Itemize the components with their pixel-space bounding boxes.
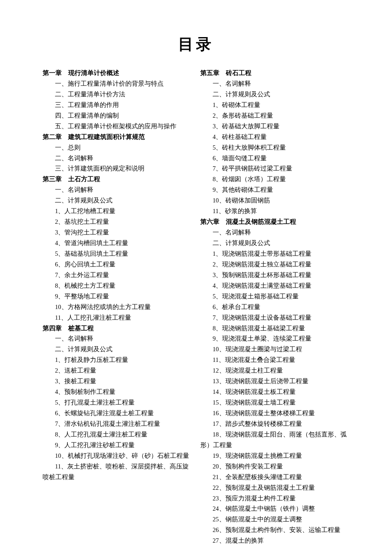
toc-item: 10、机械打孔现场灌注砂、碎（砂）石桩工程量	[43, 451, 192, 461]
toc-item: ​ 11、灰土挤密桩、喷粉桩、深层搅拌桩、高压旋喷桩工程量	[43, 461, 192, 483]
toc-item: 3、管沟挖土工程量	[43, 227, 192, 238]
toc-item: 11、现浇混凝土叠合梁工程量	[200, 355, 349, 365]
toc-item: 12、现浇混凝土柱工程量	[200, 365, 349, 376]
toc-chapter: 第五章 砖石工程	[200, 68, 349, 78]
toc-item: 2、条形砖基础工程量	[200, 110, 349, 121]
toc-item: 7、现浇钢筋混凝土设备基础工程量	[200, 312, 349, 323]
toc-item: 一、名词解释	[43, 185, 192, 195]
toc-item: 9、现浇混凝土单梁、连续梁工程量	[200, 333, 349, 344]
toc-item: 21、全装配壁板接头灌缝工程量	[200, 472, 349, 483]
toc-item: 四、工程量清单的编制	[43, 110, 192, 121]
toc-item: 8、人工挖孔混凝土灌注桩工程量	[43, 429, 192, 440]
toc-item: 7、潜水钻机钻孔混凝土灌注桩工程量	[43, 419, 192, 429]
toc-item: 22、预制混凝土及钢筋混凝土工程量	[200, 483, 349, 493]
toc-item: 一、名词解释	[200, 227, 349, 238]
toc-item: 4、预制桩制作工程量	[43, 387, 192, 397]
toc-item: 8、砖烟囱（水塔）工程量	[200, 174, 349, 185]
toc-item: 10、砖砌体加固钢筋	[200, 195, 349, 206]
toc-item: 3、预制钢筋混凝土杯形基础工程量	[200, 270, 349, 280]
toc-item: 3、砖基础大放脚工程量	[200, 121, 349, 132]
toc-item: 14、现浇钢筋混凝土板工程量	[200, 387, 349, 397]
toc-item: 16、现浇钢筋混凝土整体楼梯工程量	[200, 408, 349, 419]
toc-item: 15、现浇钢筋混凝土墙工程量	[200, 397, 349, 408]
toc-item: 4、现浇钢筋混凝土满堂基础工程量	[200, 280, 349, 291]
toc-item: 4、管道沟槽回填土工程量	[43, 238, 192, 249]
toc-item: 8、现浇钢筋混凝土基础梁工程量	[200, 323, 349, 334]
toc-item: 三、计算建筑面积的规定和说明	[43, 163, 192, 174]
toc-item: 9、其他砖砌体工程量	[200, 185, 349, 195]
toc-chapter: 第四章 桩基工程	[43, 323, 192, 334]
toc-item: ​ 18、现浇钢筋混凝土阳台、雨篷（包括直形、弧形）工程量	[200, 429, 349, 451]
toc-item: 20、预制构件安装工程量	[200, 461, 349, 472]
toc-item: 6、墙面勾缝工程量	[200, 153, 349, 164]
toc-item: 1、现浇钢筋混凝土带形基础工程量	[200, 249, 349, 259]
toc-item: 二、工程量清单计价方法	[43, 89, 192, 100]
toc-item: 二、名词解释	[43, 153, 192, 164]
toc-chapter: 第六章 混凝土及钢筋混凝土工程	[200, 217, 349, 227]
toc-item: 1、砖砌体工程量	[200, 100, 349, 110]
toc-item: 10、方格网法挖或填的土方工程量	[43, 302, 192, 312]
toc-item: 27、混凝土的换算	[200, 535, 349, 546]
toc-item: 10、现浇混凝土圈梁与过梁工程	[200, 344, 349, 355]
toc-item: 4、砖柱基础工程量	[200, 132, 349, 142]
toc-item: 五、工程量清单计价框架模式的应用与操作	[43, 121, 192, 132]
toc-item: 8、机械挖土方工程量	[43, 280, 192, 291]
toc-item: 7、余土外运工程量	[43, 270, 192, 280]
toc-item: 5、基础基坑回填土工程量	[43, 249, 192, 259]
toc-left-column: 第一章 现行清单计价概述一、施行工程量清单计价的背景与特点二、工程量清单计价方法…	[43, 68, 192, 546]
toc-item: 5、打孔混凝土灌注桩工程量	[43, 397, 192, 408]
toc-item: 13、现浇钢筋混凝土后浇带工程量	[200, 376, 349, 387]
toc-item: 26、预制混凝土构件制作、安装、运输工程量	[200, 525, 349, 535]
toc-item: 9、平整场地工程量	[43, 291, 192, 302]
toc-item: 1、人工挖地槽工程量	[43, 206, 192, 217]
toc-item: 9、人工挖孔灌注砂桩工程量	[43, 440, 192, 451]
toc-item: 6、房心回填土工程量	[43, 259, 192, 270]
toc-item: 7、砖平拱钢筋砖过梁工程量	[200, 163, 349, 174]
toc-right-column: 第五章 砖石工程一、名词解释二、计算规则及公式1、砖砌体工程量2、条形砖基础工程…	[200, 68, 349, 546]
toc-chapter: 第一章 现行清单计价概述	[43, 68, 192, 78]
toc-columns: 第一章 现行清单计价概述一、施行工程量清单计价的背景与特点二、工程量清单计价方法…	[43, 68, 349, 546]
toc-item: 6、桩承台工程量	[200, 302, 349, 312]
toc-item: 5、砖柱大放脚体积工程量	[200, 142, 349, 153]
toc-item: 2、基坑挖土工程量	[43, 217, 192, 227]
toc-chapter: 第二章 建筑工程建筑面积计算规范	[43, 132, 192, 142]
toc-item: 2、送桩工程量	[43, 365, 192, 376]
toc-item: 5、现浇混凝土箱形基础工程量	[200, 291, 349, 302]
toc-item: 二、计算规则及公式	[43, 195, 192, 206]
toc-item: 25、钢筋混凝土中的混凝土调整	[200, 514, 349, 525]
toc-item: 6、长螺旋钻孔灌注混凝土桩工程量	[43, 408, 192, 419]
toc-item: 一、名词解释	[200, 78, 349, 89]
toc-title: 目录	[43, 34, 349, 55]
toc-item: 二、计算规则及公式	[200, 238, 349, 249]
toc-item: 3、接桩工程量	[43, 376, 192, 387]
toc-item: 11、砂浆的换算	[200, 206, 349, 217]
toc-item: 三、工程量清单的作用	[43, 100, 192, 110]
toc-item: 二、计算规则及公式	[200, 89, 349, 100]
toc-item: 2、现浇钢筋混凝土独立基础工程量	[200, 259, 349, 270]
toc-item: 一、总则	[43, 142, 192, 153]
toc-item: 二、计算规则及公式	[43, 344, 192, 355]
toc-item: 一、施行工程量清单计价的背景与特点	[43, 78, 192, 89]
toc-item: 11、人工挖孔灌注桩工程量	[43, 312, 192, 323]
toc-item: 1、打桩及静力压桩工程量	[43, 355, 192, 365]
toc-item: 一、名词解释	[43, 333, 192, 344]
toc-item: 24、钢筋混凝土中钢筋（铁件）调整	[200, 503, 349, 514]
toc-item: 19、现浇钢筋混凝土挑檐工程量	[200, 451, 349, 461]
toc-item: 23、预应力混凝土构件工程量	[200, 493, 349, 504]
toc-chapter: 第三章 土石方工程	[43, 174, 192, 185]
toc-item: 17、踏步式整体旋转楼梯工程量	[200, 419, 349, 429]
